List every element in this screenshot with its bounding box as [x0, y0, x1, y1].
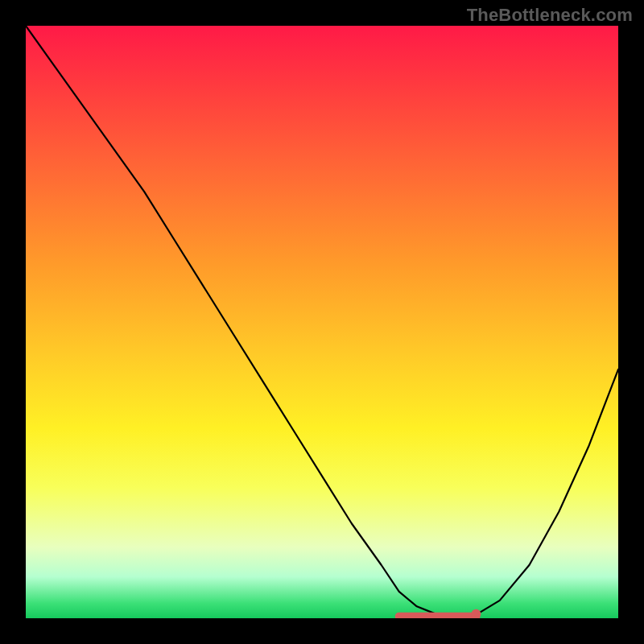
chart-frame: TheBottleneck.com [0, 0, 644, 644]
svg-point-0 [471, 609, 481, 618]
watermark-text: TheBottleneck.com [467, 5, 633, 26]
plot-area [26, 26, 618, 618]
bottleneck-curve [26, 26, 618, 618]
